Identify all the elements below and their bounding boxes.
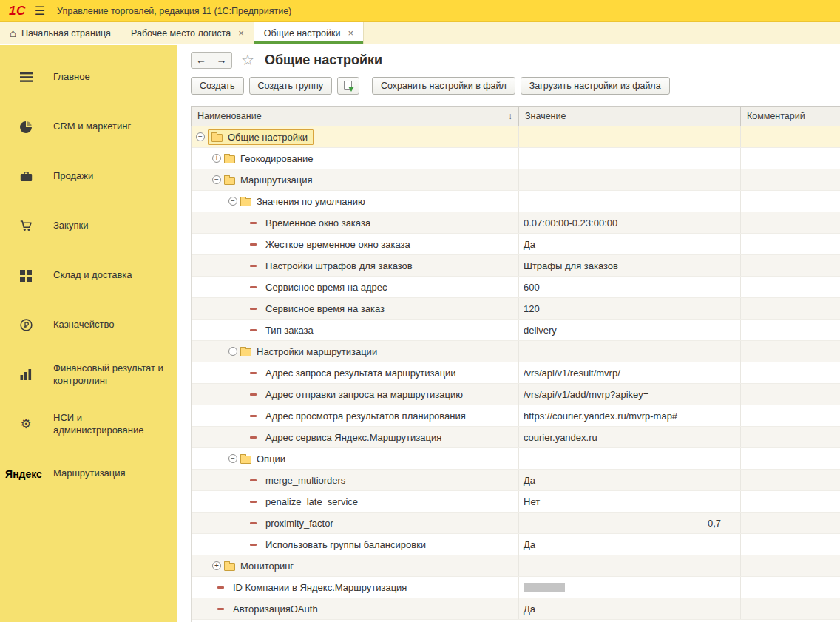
comment-cell[interactable] — [741, 448, 840, 469]
table-row[interactable]: Адрес просмотра результатов планирования… — [192, 405, 840, 427]
comment-cell[interactable] — [741, 427, 840, 447]
comment-cell[interactable] — [741, 470, 840, 490]
tree-cell[interactable]: +Геокодирование — [192, 148, 519, 169]
table-row[interactable]: +Геокодирование — [192, 148, 840, 169]
comment-cell[interactable] — [741, 598, 840, 619]
forward-button[interactable]: → — [211, 52, 232, 69]
table-row[interactable]: Жесткое временное окно заказаДа — [192, 234, 840, 255]
tree-cell[interactable]: Адрес отправки запроса на маршрутизацию — [192, 384, 519, 405]
comment-cell[interactable] — [741, 513, 840, 533]
comment-cell[interactable] — [741, 341, 840, 362]
tree-cell[interactable]: Жесткое временное окно заказа — [192, 234, 519, 254]
comment-cell[interactable] — [741, 577, 840, 598]
table-row[interactable]: −Маршрутизация — [192, 169, 840, 191]
tree-cell[interactable]: Тип заказа — [192, 320, 519, 340]
expand-icon[interactable]: + — [212, 154, 221, 163]
value-cell[interactable]: Да — [519, 234, 741, 254]
comment-cell[interactable] — [741, 555, 840, 576]
table-row[interactable]: ID Компании в Яндекс.Маршрутизация — [192, 577, 840, 598]
comment-cell[interactable] — [741, 384, 840, 405]
value-cell[interactable] — [519, 448, 741, 469]
comment-cell[interactable] — [741, 405, 840, 426]
tree-cell[interactable]: −Общие настройки — [192, 126, 519, 147]
comment-cell[interactable] — [741, 255, 840, 276]
value-cell[interactable]: Да — [519, 470, 741, 490]
close-icon[interactable]: × — [238, 27, 244, 38]
favorite-star-icon[interactable]: ☆ — [241, 51, 254, 69]
comment-cell[interactable] — [741, 212, 840, 233]
value-cell[interactable] — [519, 148, 741, 169]
main-menu-icon[interactable]: ☰ — [35, 4, 45, 18]
collapse-icon[interactable]: − — [228, 454, 237, 463]
comment-cell[interactable] — [741, 320, 840, 340]
table-row[interactable]: Адрес запроса результата маршрутизации/v… — [192, 362, 840, 384]
save-settings-to-file-button[interactable]: Сохранить настройки в файл — [372, 77, 515, 95]
table-row[interactable]: Тип заказаdelivery — [192, 320, 840, 341]
table-row[interactable]: proximity_factor0,7 — [192, 513, 840, 534]
table-row[interactable]: −Общие настройки — [192, 126, 840, 148]
tree-cell[interactable]: Настройки штрафов для заказов — [192, 255, 519, 276]
value-cell[interactable]: Штрафы для заказов — [519, 255, 741, 276]
value-cell[interactable] — [519, 555, 741, 576]
comment-cell[interactable] — [741, 191, 840, 212]
value-cell[interactable] — [519, 169, 741, 190]
table-row[interactable]: −Значения по умолчанию — [192, 191, 840, 212]
collapse-icon[interactable]: − — [228, 347, 237, 356]
sidebar-item-sklad[interactable]: Склад и доставка — [0, 251, 177, 300]
tree-cell[interactable]: −Настройки маршрутизации — [192, 341, 519, 362]
column-header-comment[interactable]: Комментарий — [741, 107, 840, 126]
tree-cell[interactable]: Временное окно заказа — [192, 212, 519, 233]
sidebar-item-zakupki[interactable]: Закупки — [0, 201, 177, 251]
sidebar-item-nsi[interactable]: ⚙НСИ и администрирование — [0, 399, 177, 449]
value-cell[interactable] — [519, 191, 741, 212]
tree-cell[interactable]: Адрес запроса результата маршрутизации — [192, 362, 519, 383]
value-cell[interactable]: Да — [519, 598, 741, 619]
create-button[interactable]: Создать — [191, 77, 244, 95]
value-cell[interactable]: https://courier.yandex.ru/mvrp-map# — [519, 405, 741, 426]
sidebar-item-prodazhi[interactable]: Продажи — [0, 152, 177, 201]
tab-2[interactable]: Общие настройки× — [254, 22, 364, 44]
tree-cell[interactable]: Сервисное время на заказ — [192, 298, 519, 319]
table-row[interactable]: −Опции — [192, 448, 840, 470]
tree-cell[interactable]: proximity_factor — [192, 513, 519, 533]
sidebar-item-marshrutizatsiya[interactable]: ЯндексМаршрутизация — [0, 449, 177, 498]
tab-1[interactable]: Рабочее место логиста× — [121, 22, 254, 44]
table-row[interactable]: merge_multiordersДа — [192, 470, 840, 491]
comment-cell[interactable] — [741, 277, 840, 297]
value-cell[interactable]: /vrs/api/v1/result/mvrp/ — [519, 362, 741, 383]
tree-cell[interactable]: −Опции — [192, 448, 519, 469]
load-settings-from-file-button[interactable]: Загрузить настройки из файла — [521, 77, 670, 95]
tab-home[interactable]: ⌂Начальная страница — [0, 22, 121, 44]
tree-cell[interactable]: Использовать группы балансировки — [192, 534, 519, 555]
table-row[interactable]: Адрес сервиса Яндекс.Маршрутизацияcourie… — [192, 427, 840, 448]
table-row[interactable]: Настройки штрафов для заказовШтрафы для … — [192, 255, 840, 277]
tree-cell[interactable]: merge_multiorders — [192, 470, 519, 490]
comment-cell[interactable] — [741, 126, 840, 147]
value-cell[interactable]: 120 — [519, 298, 741, 319]
tree-cell[interactable]: −Маршрутизация — [192, 169, 519, 190]
comment-cell[interactable] — [741, 169, 840, 190]
table-row[interactable]: −Настройки маршрутизации — [192, 341, 840, 362]
collapse-icon[interactable]: − — [228, 197, 237, 206]
close-icon[interactable]: × — [348, 27, 353, 38]
column-header-value[interactable]: Значение — [519, 107, 741, 126]
table-row[interactable]: АвторизацияOAuthДа — [192, 598, 840, 620]
value-cell[interactable]: /vrs/api/v1/add/mvrp?apikey= — [519, 384, 741, 405]
value-cell[interactable] — [519, 126, 741, 147]
comment-cell[interactable] — [741, 491, 840, 512]
table-row[interactable]: Адрес отправки запроса на маршрутизацию/… — [192, 384, 840, 405]
expand-icon[interactable]: + — [212, 561, 221, 570]
value-cell[interactable]: delivery — [519, 320, 741, 340]
tree-cell[interactable]: ID Компании в Яндекс.Маршрутизация — [192, 577, 519, 598]
value-cell[interactable]: Да — [519, 534, 741, 555]
value-cell[interactable]: courier.yandex.ru — [519, 427, 741, 447]
table-row[interactable]: Сервисное время на адрес600 — [192, 277, 840, 298]
sidebar-item-kaznacheystvo[interactable]: Казначейство — [0, 300, 177, 350]
value-cell[interactable] — [519, 341, 741, 362]
value-cell[interactable]: 0,7 — [519, 513, 741, 533]
value-cell[interactable] — [519, 577, 741, 598]
column-header-name[interactable]: Наименование ↓ — [192, 107, 519, 126]
table-row[interactable]: Использовать группы балансировкиДа — [192, 534, 840, 555]
tree-cell[interactable]: −Значения по умолчанию — [192, 191, 519, 212]
sidebar-item-crm[interactable]: CRM и маркетинг — [0, 102, 177, 152]
